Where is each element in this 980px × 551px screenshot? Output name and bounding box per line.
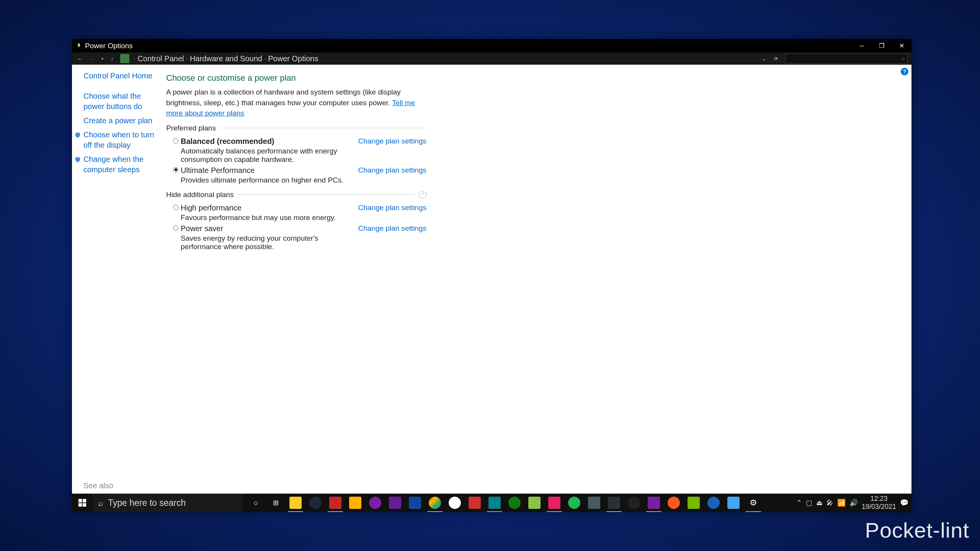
collapse-button[interactable]: ⌃ <box>419 191 426 199</box>
steam-icon[interactable] <box>305 494 325 512</box>
tray-volume-icon[interactable]: 🔊 <box>849 499 858 507</box>
additional-plans-label: Hide additional plans ⌃ <box>166 191 426 199</box>
plan-description: Provides ultimate performance on higher … <box>181 176 358 184</box>
watermark-text: -lint <box>933 518 969 542</box>
plan-description: Favours performance but may use more ene… <box>181 214 358 222</box>
nvidia-icon[interactable] <box>684 494 704 512</box>
file-explorer-icon[interactable] <box>286 494 305 512</box>
search-icon: ⌕ <box>902 55 905 61</box>
action-center-icon[interactable]: 💬 <box>900 499 908 507</box>
content-area: ? Control Panel Home Choose what the pow… <box>72 65 911 512</box>
taskbar-search[interactable]: ⌕ Type here to search <box>93 494 242 512</box>
plan-row-power-saver: Power saver Saves energy by reducing you… <box>166 223 426 252</box>
app-icon[interactable] <box>624 494 644 512</box>
change-plan-settings-link[interactable]: Change plan settings <box>358 224 426 251</box>
history-dropdown[interactable]: ▾ <box>99 53 106 64</box>
radio-button[interactable] <box>173 138 178 143</box>
minimize-button[interactable]: ─ <box>852 39 872 52</box>
settings-icon[interactable]: ⚙ <box>743 494 763 512</box>
app-icon[interactable] <box>724 494 743 512</box>
change-plan-settings-link[interactable]: Change plan settings <box>358 204 426 222</box>
divider <box>220 128 426 128</box>
clock-date: 19/03/2021 <box>862 503 896 511</box>
window-controls: ─ ❐ ✕ <box>852 39 911 52</box>
start-button[interactable] <box>72 494 93 512</box>
up-button[interactable]: ↑ <box>106 53 118 64</box>
sidebar-link-label: Change when the computer sleeps <box>83 155 144 174</box>
app-icon[interactable] <box>405 494 425 512</box>
address-dropdown-button[interactable]: ⌄ <box>758 53 769 64</box>
app-icon[interactable] <box>465 494 485 512</box>
tray-icon[interactable]: ▢ <box>806 499 812 507</box>
app-icon[interactable] <box>345 494 365 512</box>
radio-button[interactable] <box>173 167 178 173</box>
plan-name[interactable]: Balanced (recommended) <box>181 137 358 146</box>
plan-name[interactable]: Ultimate Performance <box>181 166 358 175</box>
chrome-icon[interactable] <box>425 494 445 512</box>
plan-description: Automatically balances performance with … <box>181 147 358 164</box>
breadcrumb-item[interactable]: Hardware and Sound <box>190 54 262 63</box>
control-panel-home-link[interactable]: Control Panel Home <box>83 72 159 80</box>
shield-icon <box>75 155 80 160</box>
change-plan-settings-link[interactable]: Change plan settings <box>358 166 426 184</box>
app-icon[interactable] <box>644 494 664 512</box>
taskbar-clock[interactable]: 12:23 19/03/2021 <box>862 495 896 510</box>
radio-button[interactable] <box>173 205 178 210</box>
breadcrumb-item[interactable]: Control Panel <box>137 54 184 63</box>
chevron-right-icon: › <box>134 57 135 61</box>
tray-chevron-icon[interactable]: ⌃ <box>796 499 802 507</box>
close-button[interactable]: ✕ <box>892 39 911 52</box>
xbox-icon[interactable] <box>505 494 524 512</box>
page-description: A power plan is a collection of hardware… <box>166 87 426 119</box>
radio-button[interactable] <box>173 225 178 231</box>
svg-rect-3 <box>83 499 86 502</box>
navigation-bar: ← → ▾ ↑ › Control Panel › Hardware and S… <box>72 52 911 65</box>
plan-row-high-performance: High performance Favours performance but… <box>166 202 426 223</box>
app-icon[interactable] <box>664 494 684 512</box>
task-view-icon[interactable]: ⊞ <box>266 494 286 512</box>
sidebar: Control Panel Home Choose what the power… <box>72 65 163 512</box>
spotify-icon[interactable] <box>564 494 584 512</box>
app-icon[interactable] <box>604 494 624 512</box>
sidebar-link-create-plan[interactable]: Create a power plan <box>83 116 159 126</box>
app-icon[interactable] <box>365 494 385 512</box>
app-icon[interactable] <box>445 494 465 512</box>
page-heading: Choose or customise a power plan <box>166 73 900 83</box>
breadcrumb-item[interactable]: Power Options <box>268 54 318 63</box>
cortana-icon[interactable]: ○ <box>246 494 266 512</box>
control-panel-window: Power Options ─ ❐ ✕ ← → ▾ ↑ › Control Pa… <box>72 39 911 512</box>
app-icon[interactable] <box>325 494 345 512</box>
taskbar: ⌕ Type here to search ○ ⊞ ⚙ ⌃ ▢ ⏏ 🎤︎ <box>72 494 911 512</box>
sidebar-link-turn-off-display[interactable]: Choose when to turn off the display <box>83 130 159 150</box>
forward-button[interactable]: → <box>87 53 98 64</box>
help-button[interactable]: ? <box>901 68 908 75</box>
address-bar[interactable]: › Control Panel › Hardware and Sound › P… <box>132 54 758 63</box>
app-icon[interactable] <box>584 494 604 512</box>
app-icon <box>74 43 84 49</box>
search-placeholder: Type here to search <box>108 498 186 508</box>
app-icon[interactable] <box>544 494 564 512</box>
tray-icon[interactable]: ⏏ <box>816 499 823 507</box>
search-input[interactable]: ⌕ <box>785 54 908 64</box>
tray-network-icon[interactable]: 📶 <box>837 499 846 507</box>
sidebar-link-label: Choose when to turn off the display <box>83 130 154 149</box>
app-icon[interactable] <box>485 494 505 512</box>
sidebar-link-computer-sleeps[interactable]: Change when the computer sleeps <box>83 154 159 175</box>
address-actions: ⌄ ⟳ <box>758 53 784 64</box>
plan-name[interactable]: Power saver <box>181 224 358 233</box>
app-icon[interactable] <box>524 494 544 512</box>
maximize-button[interactable]: ❐ <box>872 39 892 52</box>
change-plan-settings-link[interactable]: Change plan settings <box>358 137 426 164</box>
app-icon[interactable] <box>704 494 724 512</box>
location-icon <box>120 54 129 63</box>
sidebar-link-power-buttons[interactable]: Choose what the power buttons do <box>83 91 159 112</box>
app-icon[interactable] <box>385 494 405 512</box>
window-title: Power Options <box>84 42 852 50</box>
section-title: Preferred plans <box>166 124 216 132</box>
tray-microphone-icon[interactable]: 🎤︎ <box>826 499 833 507</box>
back-button[interactable]: ← <box>74 53 86 64</box>
main-pane: Choose or customise a power plan A power… <box>163 65 911 512</box>
refresh-button[interactable]: ⟳ <box>771 53 781 64</box>
plan-name[interactable]: High performance <box>181 204 358 212</box>
taskbar-apps: ○ ⊞ ⚙ <box>246 494 763 512</box>
